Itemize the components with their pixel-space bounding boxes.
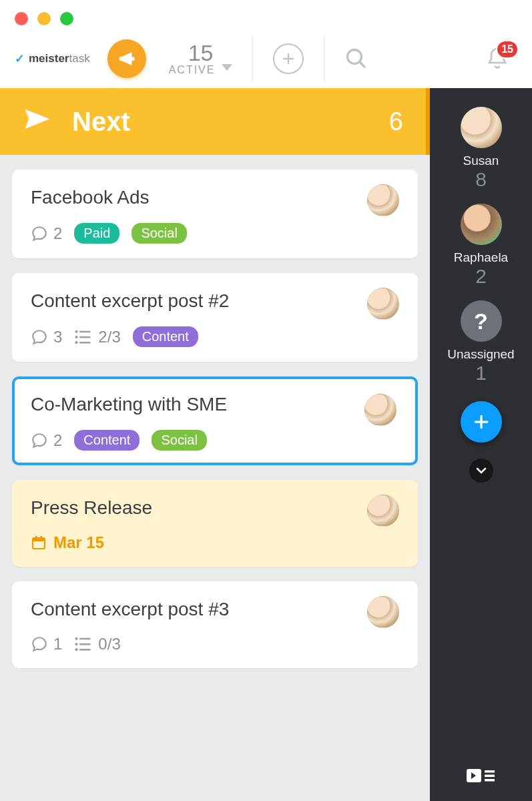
megaphone-icon [117, 49, 137, 69]
project-icon-button[interactable] [107, 39, 146, 78]
tag-social[interactable]: Social [131, 223, 186, 244]
task-card[interactable]: Press Release Mar 15 [12, 480, 418, 567]
person-task-count: 1 [475, 362, 487, 384]
checklist-count: 2/3 [98, 328, 120, 346]
comment-count: 2 [53, 431, 62, 450]
sidebar-person-unassigned[interactable]: ? Unassigned 1 [447, 300, 514, 384]
assignee-avatar[interactable] [367, 596, 399, 628]
plus-icon [281, 51, 296, 66]
person-avatar [461, 204, 502, 245]
separator [252, 35, 253, 82]
task-list: Facebook Ads 2 Paid Social Content excer… [0, 155, 430, 801]
section-header[interactable]: Next 6 [0, 88, 430, 155]
window-maximize-button[interactable] [60, 12, 73, 25]
comments-indicator[interactable]: 2 [31, 431, 62, 450]
checklist-indicator[interactable]: 0/3 [74, 635, 120, 653]
search-button[interactable] [344, 47, 368, 71]
svg-point-4 [75, 335, 78, 338]
check-icon: ✓ [15, 51, 25, 66]
tag-social[interactable]: Social [152, 430, 206, 451]
assignee-avatar[interactable] [364, 394, 396, 426]
svg-point-12 [75, 637, 78, 640]
calendar-icon [31, 535, 47, 551]
search-icon [344, 47, 368, 71]
task-title: Press Release [31, 497, 399, 519]
task-card[interactable]: Content excerpt post #2 3 2/3 [12, 273, 418, 362]
person-task-count: 2 [475, 265, 487, 287]
person-task-count: 8 [475, 168, 487, 190]
checklist-count: 0/3 [98, 635, 120, 653]
sidebar-person[interactable]: Susan 8 [461, 107, 502, 190]
task-title: Co-Marketing with SME [31, 394, 399, 415]
svg-rect-5 [80, 336, 91, 338]
comments-indicator[interactable]: 1 [31, 635, 62, 653]
person-avatar [461, 107, 502, 148]
section-title: Next [72, 107, 130, 137]
chevron-down-icon [476, 467, 487, 474]
checklist-indicator[interactable]: 2/3 [74, 328, 120, 346]
svg-point-6 [75, 341, 78, 344]
tag-content[interactable]: Content [133, 326, 198, 347]
person-name: Raphaela [454, 250, 508, 265]
assignee-avatar[interactable] [367, 184, 399, 216]
comment-count: 2 [53, 224, 62, 243]
sidebar-person[interactable]: Raphaela 2 [454, 204, 508, 287]
separator [324, 35, 324, 82]
person-name: Susan [463, 154, 499, 168]
comments-indicator[interactable]: 2 [31, 224, 62, 243]
add-person-button[interactable] [461, 401, 502, 443]
active-count: 15 [169, 41, 233, 64]
svg-point-2 [75, 330, 78, 332]
airplane-icon [23, 107, 52, 136]
comment-icon [31, 328, 48, 346]
notifications-button[interactable]: 15 [485, 45, 509, 72]
assignee-avatar[interactable] [367, 288, 399, 320]
comment-count: 1 [53, 635, 62, 653]
svg-rect-13 [80, 638, 91, 640]
expand-people-button[interactable] [469, 459, 493, 483]
top-bar: ✓ meistertask 15 ACTIVE 15 [0, 29, 532, 88]
task-card-selected[interactable]: Co-Marketing with SME 2 Content Social [12, 376, 418, 465]
comment-icon [31, 432, 48, 449]
active-tasks-dropdown[interactable]: 15 ACTIVE [169, 41, 233, 76]
svg-rect-19 [485, 770, 495, 773]
notification-badge: 15 [496, 40, 519, 59]
collapse-icon [467, 766, 496, 785]
svg-rect-20 [485, 775, 495, 778]
task-title: Content excerpt post #3 [31, 599, 399, 620]
svg-rect-15 [80, 643, 91, 645]
svg-rect-7 [80, 342, 91, 344]
section-task-count: 6 [389, 107, 403, 136]
svg-rect-11 [41, 536, 43, 539]
svg-rect-21 [485, 779, 495, 782]
svg-point-0 [131, 57, 135, 61]
checklist-icon [74, 636, 93, 652]
comment-icon [31, 225, 48, 242]
task-card[interactable]: Content excerpt post #3 1 0/3 [12, 581, 418, 668]
comment-icon [31, 635, 48, 653]
task-card[interactable]: Facebook Ads 2 Paid Social [12, 170, 418, 258]
window-controls [0, 0, 532, 29]
svg-rect-17 [80, 649, 91, 651]
app-logo[interactable]: ✓ meistertask [15, 51, 90, 66]
tag-content[interactable]: Content [74, 430, 140, 451]
window-close-button[interactable] [15, 12, 28, 25]
window-minimize-button[interactable] [37, 12, 51, 25]
checklist-icon [74, 329, 93, 345]
collapse-sidebar-button[interactable] [467, 766, 496, 785]
unassigned-icon: ? [461, 300, 502, 342]
add-button[interactable] [273, 43, 304, 74]
active-label: ACTIVE [169, 64, 216, 75]
task-title: Content excerpt post #2 [31, 290, 399, 312]
task-title: Facebook Ads [31, 187, 399, 208]
svg-rect-3 [80, 330, 91, 332]
people-sidebar: Susan 8 Raphaela 2 ? Unassigned 1 [430, 88, 532, 801]
comments-indicator[interactable]: 3 [31, 328, 62, 346]
app-name: meistertask [29, 52, 90, 65]
svg-point-16 [75, 648, 78, 651]
due-date-text: Mar 15 [53, 533, 104, 552]
tag-paid[interactable]: Paid [74, 223, 119, 244]
assignee-avatar[interactable] [367, 495, 399, 527]
plus-icon [473, 413, 490, 431]
due-date[interactable]: Mar 15 [31, 533, 399, 552]
